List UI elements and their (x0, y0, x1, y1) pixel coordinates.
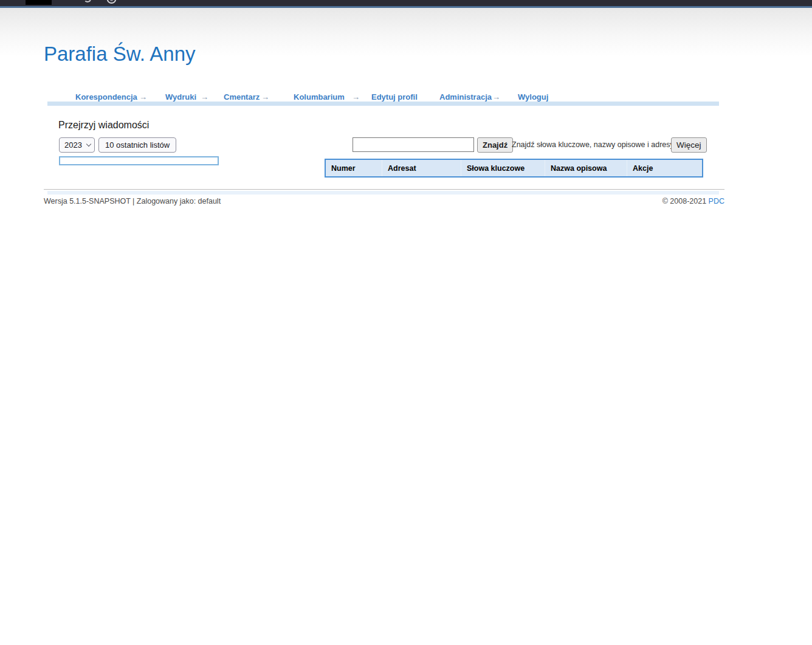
search-input[interactable] (353, 137, 474, 152)
pdc-link[interactable]: PDC (709, 197, 724, 205)
recent-letters-button[interactable]: 10 ostatnich listów (98, 137, 176, 153)
nav-item-wyloguj[interactable]: Wyloguj (518, 92, 548, 102)
refresh-icon[interactable] (84, 0, 91, 2)
nav-highlight-strip (47, 102, 719, 106)
table-header-row: Numer Adresat Słowa kluczowe Nazwa opiso… (326, 160, 702, 176)
footer-divider (44, 189, 724, 190)
find-button[interactable]: Znajdź (477, 137, 513, 153)
copyright-text: © 2008-2021 (662, 197, 709, 205)
submenu-arrow-icon: → (352, 92, 360, 102)
submenu-arrow-icon: → (139, 92, 147, 102)
submenu-arrow-icon: → (492, 92, 500, 102)
section-heading: Przejrzyj wiadomości (58, 120, 149, 131)
copyright: © 2008-2021 PDC (662, 197, 724, 205)
nav-item-administracja[interactable]: Administracja (439, 92, 492, 102)
nav-item-kolumbarium[interactable]: Kolumbarium (294, 92, 345, 102)
page: Parafia Św. Anny Korespondencja → Wydruk… (0, 0, 812, 645)
version-status-text: Wersja 5.1.5-SNAPSHOT | Zalogowany jako:… (44, 197, 221, 205)
globe-icon[interactable] (107, 0, 116, 4)
messages-table: Numer Adresat Słowa kluczowe Nazwa opiso… (325, 159, 703, 178)
column-header-adresat[interactable]: Adresat (382, 160, 461, 176)
column-header-slowa-kluczowe[interactable]: Słowa kluczowe (461, 160, 545, 176)
year-select[interactable]: 2023 (59, 137, 95, 153)
submenu-arrow-icon: → (201, 92, 208, 102)
nav-item-edytuj-profil[interactable]: Edytuj profil (371, 92, 418, 102)
footer-highlight-strip (47, 191, 719, 195)
more-button[interactable]: Więcej (671, 137, 707, 153)
submenu-arrow-icon: → (261, 92, 269, 102)
page-title: Parafia Św. Anny (44, 43, 195, 66)
column-header-numer[interactable]: Numer (326, 160, 382, 176)
column-header-akcje[interactable]: Akcje (627, 160, 702, 176)
nav-item-cmentarz[interactable]: Cmentarz (224, 92, 260, 102)
column-header-nazwa-opisowa[interactable]: Nazwa opisowa (545, 160, 627, 176)
year-select-wrap: 2023 (59, 137, 95, 153)
search-hint-text: Znajdź słowa kluczowe, nazwy opisowe i a… (512, 140, 674, 149)
browser-chrome-bar (0, 0, 812, 6)
browser-tab-fragment (26, 0, 52, 5)
main-nav: Korespondencja → Wydruki → Cmentarz → Ko… (0, 92, 812, 102)
nav-item-wydruki[interactable]: Wydruki (165, 92, 196, 102)
nav-item-korespondencja[interactable]: Korespondencja (75, 92, 137, 102)
quick-filter-input[interactable] (59, 156, 219, 165)
